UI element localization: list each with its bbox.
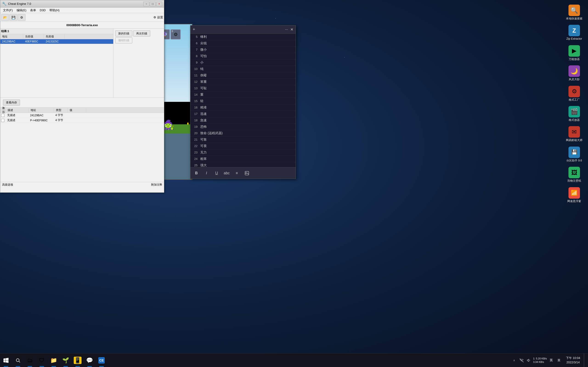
format-bold-button[interactable]: B (193, 170, 199, 176)
ce-menu-d3d[interactable]: D3D (38, 8, 48, 12)
ce-row-1-checkbox[interactable] (1, 119, 4, 122)
desktop-icon-search[interactable]: 🔍 本地快速搜索 (565, 5, 583, 20)
desktop-icon-player[interactable]: ▶ 万能放器 (565, 45, 583, 61)
taskbar-app-yellow[interactable]: 📱 (72, 353, 84, 367)
ce-addr-row-1[interactable]: 无描述 P->40EF990C 4 字节 (0, 118, 164, 123)
list-item[interactable]: 5 锋利 (190, 34, 296, 40)
list-item[interactable]: 19 恐怖 (190, 124, 296, 130)
taskbar-app-files[interactable]: 🗂 (24, 353, 36, 367)
list-item[interactable]: 13 可耻 (190, 85, 296, 92)
popup-row-text: 可怕 (200, 54, 207, 58)
ce-col-address: 地址 (0, 35, 23, 39)
desktop-icon-moon[interactable]: 🌙 风灵月影 (565, 65, 583, 81)
desktop-icon-email[interactable]: ✉ 网易邮箱大师 (565, 126, 583, 142)
ce-close-button[interactable]: × (156, 2, 162, 6)
taskbar-language[interactable]: 英 (548, 358, 555, 362)
ce-view-memory-button[interactable]: 查看内存 (3, 100, 20, 106)
ce-statusbar-left[interactable]: 高级选项 (2, 183, 13, 187)
ce-menu-table[interactable]: 表单 (28, 8, 38, 13)
torch-2 (187, 123, 189, 125)
ce-col-active: 激活 (0, 106, 6, 114)
popup-close-button[interactable]: ✕ (290, 27, 293, 32)
list-item[interactable]: 16 精准 (190, 104, 296, 111)
ce-col-type: 类型 (54, 108, 68, 112)
windows-icon (3, 358, 9, 363)
taskbar-start[interactable] (0, 353, 12, 367)
list-item[interactable]: 14 重 (190, 92, 296, 98)
list-item[interactable]: 18 急速 (190, 117, 296, 124)
list-item[interactable]: 20 致命 (远程武器) (190, 130, 296, 136)
list-item[interactable]: 11 倒霉 (190, 72, 296, 79)
list-item[interactable]: 17 迅速 (190, 111, 296, 117)
desktop-icon-video[interactable]: 🎬 格式放器 (565, 106, 583, 122)
ce-maximize-button[interactable]: □ (150, 2, 156, 6)
ce-undo-scan-button[interactable]: 撤销扫描 (115, 37, 132, 43)
list-item[interactable]: 15 轻 (190, 98, 296, 104)
list-item[interactable]: 23 无力 (190, 149, 296, 156)
taskbar-ime[interactable]: 英 (556, 358, 562, 362)
taskbar-app-explorer[interactable]: 📁 (48, 353, 60, 367)
desktop-icon-partition[interactable]: 💾 分区助手 9.6 (565, 147, 583, 162)
list-item[interactable]: 10 钝 (190, 66, 296, 72)
format-image-button[interactable] (244, 170, 250, 176)
list-item[interactable]: 24 粗笨 (190, 156, 296, 162)
list-item[interactable]: 8 可怕 (190, 53, 296, 59)
desktop-icon-format-factory[interactable]: ⚙ 格式工厂 (565, 86, 583, 101)
ce-row-0-type: 4 字节 (53, 113, 67, 117)
format-list-button[interactable]: ≡ (233, 170, 240, 176)
ce-toolbar-settings[interactable]: ⚙ (18, 14, 26, 21)
format-italic-button[interactable]: I (203, 170, 210, 176)
taskbar-search[interactable] (12, 353, 24, 367)
taskbar-clock[interactable]: 下午 10:04 2022/3/14 (563, 356, 583, 364)
list-item[interactable]: 12 笨重 (190, 79, 296, 85)
list-item[interactable]: 25 强大 (190, 162, 296, 167)
ce-row-1-type: 4 字节 (53, 118, 67, 122)
popup-row-num: 17 (192, 112, 200, 116)
popup-more-options[interactable]: ··· (285, 27, 288, 32)
list-item[interactable]: 7 微小 (190, 47, 296, 53)
ce-row-0-checkbox[interactable] (1, 114, 4, 117)
list-item[interactable]: 6 尖锐 (190, 40, 296, 47)
ce-col-value-header: 值 (68, 108, 86, 112)
popup-row-num: 20 (192, 131, 200, 135)
list-item[interactable]: 22 可畏 (190, 143, 296, 149)
popup-row-text: 粗笨 (200, 157, 207, 161)
popup-add-button[interactable]: + (193, 27, 195, 32)
tray-network[interactable] (519, 353, 525, 367)
hotbar-slot-9[interactable]: ⚙0 (171, 29, 181, 40)
format-underline-button[interactable]: U (213, 170, 220, 176)
popup-row-num: 5 (192, 35, 200, 39)
format-text-button[interactable]: abc (224, 170, 230, 176)
network-speed: 1: 5.20 KB/s 3.34 KB/s (533, 357, 547, 364)
taskbar-app-security[interactable]: 🛡 (36, 353, 48, 367)
desktop-icon-netspeed[interactable]: 📶 网速悬浮窗 (565, 187, 583, 203)
tray-volume[interactable] (526, 353, 532, 367)
tray-expand[interactable]: ∧ (511, 353, 518, 367)
ce-menu-help[interactable]: 帮助(H) (48, 8, 61, 13)
ce-menu-edit[interactable]: 编辑(E) (15, 8, 28, 13)
desktop-icon-wallpaper[interactable]: 🖼 浩物主壁纸 (565, 167, 583, 182)
ce-next-scan-button[interactable]: 再次扫描 (133, 31, 150, 36)
ce-result-current-value: 40EF985C (23, 40, 44, 43)
ce-toolbar-open[interactable]: 📂 (1, 14, 9, 21)
popup-row-text: 锋利 (200, 35, 207, 39)
list-item[interactable]: 9 小 (190, 59, 296, 66)
ce-minimize-button[interactable]: − (143, 2, 149, 6)
taskbar-app-cheat-engine[interactable]: CE (95, 353, 107, 367)
ce-new-scan-button[interactable]: 新的扫描 (115, 31, 132, 36)
popup-row-text: 迅速 (200, 112, 207, 116)
taskbar-show-desktop[interactable] (584, 353, 586, 367)
ce-toolbar-save[interactable]: 💾 (9, 14, 17, 21)
ce-settings-area[interactable]: ⚙ 设置 (153, 15, 163, 19)
taskbar-app-terraria[interactable]: 🌱 (60, 353, 72, 367)
ce-statusbar-right[interactable]: 附加注释 (151, 183, 162, 187)
popup-titlebar: + ··· ✕ (190, 25, 296, 34)
popup-row-num: 18 (192, 119, 200, 122)
list-item[interactable]: 21 可靠 (190, 136, 296, 143)
ce-result-row[interactable]: 24129BAC 40EF985C 24131E5C (0, 39, 113, 44)
desktop-icon-zip[interactable]: Z Zip Extractor (565, 25, 583, 40)
taskbar-app-wechat[interactable]: 💬 (84, 353, 95, 367)
terraria-player: 🧙 (163, 116, 174, 134)
ce-addr-row-0[interactable]: 无描述 24129BAC 4 字节 (0, 113, 164, 118)
ce-menu-file[interactable]: 文件(F) (1, 8, 15, 13)
